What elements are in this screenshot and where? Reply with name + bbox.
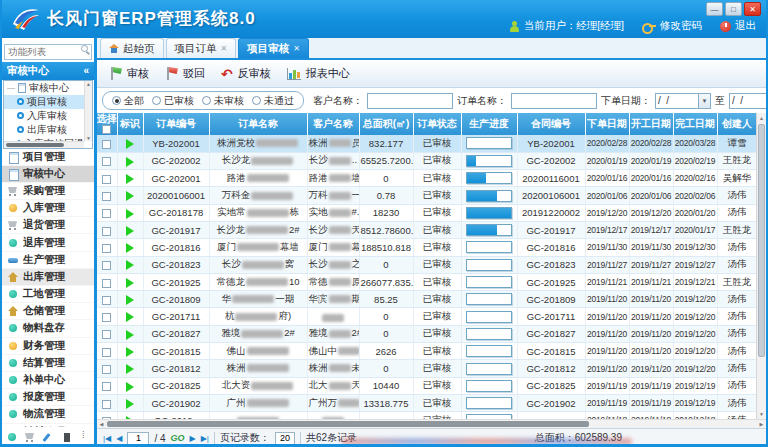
scroll-thumb[interactable] <box>107 421 589 427</box>
sidebar-module-item[interactable]: 审核中心 <box>2 166 94 183</box>
scroll-thumb[interactable] <box>758 124 765 357</box>
tree-item[interactable]: 出库审核 <box>4 123 84 137</box>
status-radio[interactable]: 全部 <box>112 94 144 108</box>
sidebar-module-item[interactable]: 仓储管理 <box>2 303 94 320</box>
radio-icon[interactable] <box>112 96 121 105</box>
last-page-button[interactable]: ▶| <box>201 434 209 443</box>
table-row[interactable]: GC-2019.. 已审核 2019/11/18 2019/11/18 2019… <box>97 412 757 419</box>
row-checkbox[interactable] <box>102 296 111 305</box>
select-all-checkbox[interactable] <box>102 125 111 134</box>
close-tab-icon[interactable]: ✕ <box>293 44 300 53</box>
table-row[interactable]: GC-201823 长沙窝 长沙之.. 0 已审核 GC-201823 2019… <box>97 256 757 273</box>
scroll-up-icon[interactable]: ▲ <box>86 81 91 87</box>
status-radio[interactable]: 未通过 <box>252 94 294 108</box>
radio-icon[interactable] <box>152 96 161 105</box>
table-row[interactable]: GC-201917 长沙龙2# 长沙天.. 8512.78600.. 已审核 G… <box>97 221 757 238</box>
row-checkbox[interactable] <box>102 209 111 218</box>
book-icon[interactable] <box>61 432 71 442</box>
go-button[interactable]: GO <box>171 433 185 443</box>
close-button[interactable]: ✕ <box>744 2 761 16</box>
table-row[interactable]: GC-201827 雅境2# 雅境2# 0 已审核 GC-201827 2019… <box>97 325 757 342</box>
row-checkbox[interactable] <box>102 365 111 374</box>
sidebar-module-item[interactable]: 项目管理 <box>2 149 94 166</box>
collapse-icon[interactable]: « <box>83 62 89 79</box>
row-checkbox[interactable] <box>102 140 111 149</box>
logout-link[interactable]: 退出 <box>735 19 756 33</box>
restore-button[interactable]: □ <box>725 2 742 16</box>
table-row[interactable]: GC-201816 厦门幕墙 厦门幕墙 188510.818 已审核 GC-20… <box>97 239 757 256</box>
column-header[interactable]: 订单状态 <box>413 113 461 135</box>
tree-root-audit-center[interactable]: — 审核中心 <box>4 81 84 95</box>
row-checkbox[interactable] <box>102 400 111 409</box>
table-row[interactable]: GC-201809 华一期 华滨期 85.25 已审核 GC-201809 20… <box>97 291 757 308</box>
table-row[interactable]: GC-201815 佛山 佛山中库 2626 已审核 GC-201815 201… <box>97 343 757 360</box>
sidebar-module-item[interactable]: 生产管理 <box>2 252 94 269</box>
tree-expander-icon[interactable]: — <box>7 83 15 92</box>
column-header[interactable]: 客户名称 <box>307 113 359 135</box>
pen-icon[interactable] <box>43 432 53 442</box>
row-checkbox[interactable] <box>102 227 111 236</box>
column-header[interactable]: 下单日期 <box>585 113 629 135</box>
column-header[interactable]: 生产进度 <box>461 113 517 135</box>
scroll-down-icon[interactable]: ▼ <box>86 135 91 141</box>
toolbar-button[interactable]: 驳回 <box>165 66 205 81</box>
scroll-left-icon[interactable]: ◀ <box>97 420 106 428</box>
row-checkbox[interactable] <box>102 382 111 391</box>
minimize-button[interactable]: — <box>706 2 723 16</box>
table-row[interactable]: GC-201925 常德龙10 常德原.. 266077.835.. 已审核 G… <box>97 273 757 290</box>
row-checkbox[interactable] <box>102 279 111 288</box>
row-checkbox[interactable] <box>102 348 111 357</box>
row-checkbox[interactable] <box>102 175 111 184</box>
scroll-down-icon[interactable]: ▼ <box>757 409 766 419</box>
sidebar-module-item[interactable]: 财务管理 <box>2 338 94 355</box>
toolbar-button[interactable]: ↶ 反审核 <box>221 66 271 81</box>
table-row[interactable]: GC-201825 北大资 北大天.. 10440 已审核 GC-201825 … <box>97 377 757 394</box>
page-number-input[interactable] <box>127 432 149 445</box>
sidebar-module-item[interactable]: 结算管理 <box>2 355 94 372</box>
table-row[interactable]: GC-202001 路港 路港墙 0 已审核 20200116001 2020/… <box>97 170 757 187</box>
sidebar-module-item[interactable]: 工地管理 <box>2 286 94 303</box>
scroll-up-icon[interactable]: ▲ <box>757 113 766 123</box>
customer-name-input[interactable] <box>367 93 453 109</box>
tab[interactable]: 项目订单 ✕ <box>166 38 237 58</box>
order-date-to-input[interactable] <box>729 93 766 109</box>
table-horizontal-scrollbar[interactable]: ◀ ▶ <box>97 419 766 428</box>
change-password-link[interactable]: 修改密码 <box>660 19 702 33</box>
scroll-right-icon[interactable]: ▶ <box>757 420 766 428</box>
column-header[interactable]: 创建人 <box>717 113 757 135</box>
column-header[interactable]: 订单名称 <box>209 113 307 135</box>
sidebar-module-item[interactable]: 退货管理 <box>2 217 94 234</box>
prev-page-button[interactable]: ◀ <box>116 434 122 443</box>
sidebar-module-item[interactable]: 入库管理 <box>2 200 94 217</box>
close-tab-icon[interactable]: ✕ <box>221 44 228 53</box>
dropdown-icon[interactable]: ▼ <box>699 93 711 109</box>
table-row[interactable]: YB-202001 株洲党校 株洲员.. 832.177 已审核 YB-2020… <box>97 135 757 152</box>
sidebar-module-item[interactable]: 采购管理 <box>2 183 94 200</box>
sidebar-module-item[interactable]: 退库管理 <box>2 234 94 251</box>
order-name-input[interactable] <box>511 93 597 109</box>
column-header[interactable]: 开工日期 <box>629 113 673 135</box>
status-radio[interactable]: 已审核 <box>152 94 194 108</box>
row-checkbox[interactable] <box>102 157 111 166</box>
tab[interactable]: 起始页 <box>100 38 164 58</box>
table-row[interactable]: GC-202002 长沙龙 长沙.. 65525.7200.. 已审核 GC-2… <box>97 152 757 169</box>
row-checkbox[interactable] <box>102 330 111 339</box>
function-search-input[interactable] <box>4 44 92 60</box>
row-checkbox[interactable] <box>102 192 111 201</box>
sidebar-module-item[interactable]: 出库管理 <box>2 269 94 286</box>
cart-icon[interactable] <box>25 432 35 442</box>
sidebar-module-item[interactable]: 报废管理 <box>2 389 94 406</box>
more-dots-icon[interactable] <box>79 432 89 442</box>
dot-icon[interactable] <box>7 432 17 442</box>
radio-icon[interactable] <box>202 96 211 105</box>
toolbar-button[interactable]: 报表中心 <box>287 66 350 81</box>
column-header[interactable]: 标识 <box>117 113 143 135</box>
table-row[interactable]: GC-201812 株洲 株洲未来 0 已审核 GC-201812 2019/1… <box>97 360 757 377</box>
next-page-button[interactable]: ▶ <box>190 434 196 443</box>
page-size-input[interactable] <box>275 432 295 445</box>
tab[interactable]: 项目审核 ✕ <box>238 38 309 58</box>
status-radio[interactable]: 未审核 <box>202 94 244 108</box>
sidebar-module-item[interactable]: 补单中心 <box>2 372 94 389</box>
tree-item[interactable]: 项目审核 <box>4 95 84 109</box>
order-date-from-input[interactable] <box>655 93 699 109</box>
